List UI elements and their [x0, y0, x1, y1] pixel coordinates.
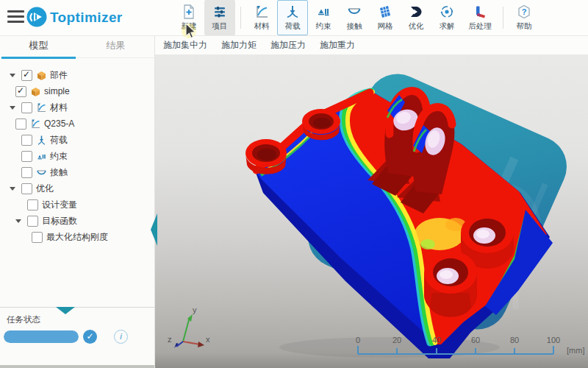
- checkbox[interactable]: [21, 102, 32, 113]
- solve-button[interactable]: 求解: [431, 0, 462, 35]
- tree-item-q235a[interactable]: Q235-A: [0, 116, 154, 132]
- tree-item-material[interactable]: 材料: [0, 99, 154, 116]
- svg-text:?: ?: [522, 7, 527, 16]
- postprocess-button[interactable]: 后处理: [462, 0, 498, 35]
- status-collapse-arrow-icon[interactable]: [56, 307, 75, 314]
- tree-item-constraint[interactable]: 约束: [0, 148, 154, 164]
- constraint-button[interactable]: 约束: [308, 0, 339, 35]
- checkbox[interactable]: [27, 216, 38, 227]
- chevron-down-icon[interactable]: [10, 187, 21, 191]
- model-tree-panel: 模型 结果 部件 simple: [0, 35, 155, 368]
- task-status-panel: 任务状态 ✓ i: [0, 307, 154, 365]
- tree-item-label: 目标函数: [42, 215, 77, 227]
- tree-item-maximize-stiffness[interactable]: 最大化结构刚度: [0, 229, 154, 245]
- toolbar-label: 后处理: [468, 21, 492, 32]
- contact-button[interactable]: 接触: [339, 0, 370, 35]
- solve-orbit-icon: [439, 4, 455, 20]
- tree-item-design-variables[interactable]: 设计变量: [0, 197, 154, 213]
- ruler-tick-label: 60: [471, 336, 480, 344]
- main-toolbar: 新建 项目 材料: [173, 0, 539, 35]
- app-logo-icon: [26, 7, 47, 27]
- new-button[interactable]: 新建: [173, 0, 204, 35]
- chevron-down-icon[interactable]: [10, 74, 21, 77]
- tab-results[interactable]: 结果: [77, 35, 154, 57]
- scene-3d-canvas[interactable]: y x z 0 20 40 60 80 100 [m: [154, 54, 588, 368]
- chevron-down-icon[interactable]: [15, 219, 27, 223]
- apply-gravity-button[interactable]: 施加重力: [320, 39, 355, 52]
- checkbox-checked[interactable]: [15, 86, 26, 97]
- tree-item-label: Q235-A: [44, 118, 74, 129]
- tree-item-objective-function[interactable]: 目标函数: [0, 213, 154, 229]
- tree-item-contact[interactable]: 接触: [0, 164, 154, 180]
- toolbar-label: 约束: [316, 21, 331, 32]
- checkbox[interactable]: [15, 118, 26, 130]
- ruler-tick-label: 100: [547, 336, 560, 344]
- ruler-unit-label: [mm]: [567, 346, 584, 355]
- apply-moment-button[interactable]: 施加力矩: [221, 39, 257, 52]
- part-box-icon: [30, 86, 41, 97]
- material-curve-icon: [254, 4, 270, 20]
- new-document-icon: [181, 4, 197, 20]
- mesh-button[interactable]: 网格: [370, 0, 401, 35]
- panel-collapse-arrow-icon[interactable]: [151, 213, 157, 246]
- ruler-tick-label: 20: [392, 336, 401, 344]
- axis-label-z: z: [168, 335, 172, 344]
- toolbar-separator: [240, 7, 241, 29]
- toptimizer-app: Toptimizer 新建 项目: [0, 0, 588, 368]
- tree-item-optimization[interactable]: 优化: [0, 180, 154, 197]
- cylinder-boss-near: [424, 251, 477, 317]
- tree-item-label: 材料: [50, 102, 68, 114]
- apply-pressure-button[interactable]: 施加压力: [270, 39, 306, 52]
- chevron-down-icon[interactable]: [10, 106, 21, 110]
- help-button[interactable]: ? 帮助: [509, 0, 539, 35]
- constraint-icon: [36, 151, 47, 162]
- checkbox[interactable]: [27, 199, 38, 210]
- optimize-logo-icon: [408, 4, 424, 20]
- task-progress-fill: [4, 330, 79, 343]
- tree-item-label: 部件: [50, 69, 68, 82]
- tree-item-label: simple: [44, 86, 70, 96]
- postprocess-icon: [472, 4, 488, 20]
- checkbox[interactable]: [21, 167, 32, 178]
- tree-item-simple[interactable]: simple: [0, 83, 154, 99]
- checkbox[interactable]: [21, 135, 32, 146]
- corner-boss-left: [245, 139, 287, 174]
- tab-model[interactable]: 模型: [0, 35, 77, 57]
- toolbar-label: 帮助: [517, 21, 532, 32]
- model-tree: 部件 simple 材料: [0, 58, 154, 245]
- optimize-button[interactable]: 优化: [401, 0, 431, 35]
- checkbox[interactable]: [21, 183, 32, 194]
- checkbox[interactable]: [32, 232, 43, 243]
- panel-tabs: 模型 结果: [0, 35, 154, 58]
- ruler-tick-label: 80: [510, 336, 519, 344]
- tree-item-label: 最大化结构刚度: [46, 231, 108, 244]
- corner-boss-top: [302, 109, 340, 140]
- load-arrow-icon: [284, 4, 301, 20]
- check-circle-icon[interactable]: ✓: [83, 330, 97, 344]
- material-curve-icon: [30, 118, 41, 130]
- load-button[interactable]: 荷载: [277, 0, 308, 35]
- toolbar-label: 接触: [347, 21, 362, 32]
- part-box-icon: [36, 70, 47, 81]
- tree-item-load[interactable]: 荷载: [0, 132, 154, 148]
- tree-item-label: 设计变量: [42, 199, 77, 211]
- material-curve-icon: [36, 102, 47, 113]
- checkbox[interactable]: [21, 151, 32, 162]
- toolbar-label: 新建: [182, 21, 197, 32]
- project-button[interactable]: 项目: [204, 0, 235, 35]
- checkbox-checked[interactable]: [21, 70, 32, 81]
- brand-title: Toptimizer: [50, 10, 123, 26]
- status-title: 任务状态: [7, 314, 40, 325]
- scene-graphics: y x z 0 20 40 60 80 100 [m: [154, 54, 588, 368]
- load-arrow-icon: [36, 135, 47, 146]
- info-circle-icon[interactable]: i: [114, 330, 128, 344]
- help-hexagon-icon: ?: [516, 4, 532, 20]
- menu-icon[interactable]: [7, 10, 24, 25]
- contact-curve-icon: [36, 167, 47, 178]
- tree-item-label: 荷载: [50, 134, 68, 146]
- toolbar-separator: [503, 7, 503, 29]
- tree-item-parts[interactable]: 部件: [0, 67, 154, 83]
- task-progress-bar: [4, 330, 79, 343]
- material-button[interactable]: 材料: [246, 0, 277, 35]
- apply-concentrated-force-button[interactable]: 施加集中力: [163, 39, 207, 52]
